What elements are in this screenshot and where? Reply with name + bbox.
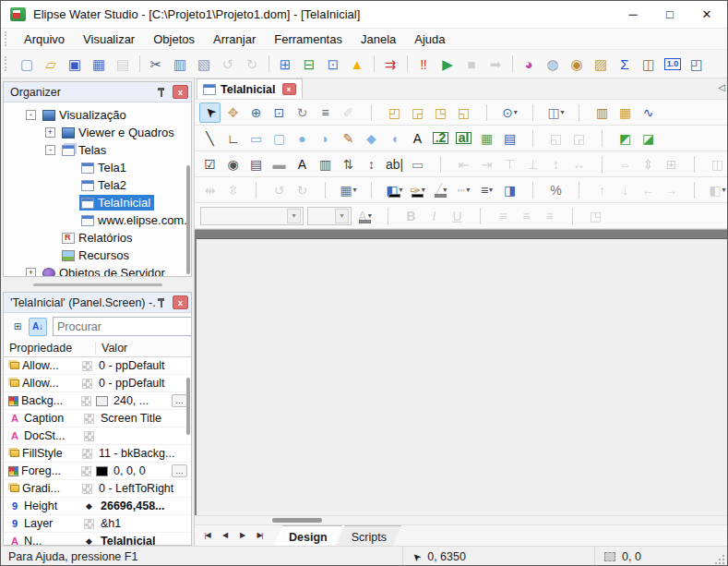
resize-grip[interactable] (712, 547, 727, 566)
flip-button[interactable]: ◧ (707, 180, 728, 200)
italic-button[interactable]: I (424, 206, 445, 226)
button-control-button[interactable]: ▬ (269, 154, 290, 175)
same-size-button[interactable]: ⊞ (661, 154, 682, 175)
property-row[interactable]: DocSt... (4, 428, 191, 445)
property-row[interactable]: Gradi... 0 - LeftToRight (4, 480, 191, 498)
property-value[interactable]: TelaInicial (99, 535, 191, 545)
display-tool-button[interactable]: .2 (430, 128, 451, 149)
property-value[interactable]: Screen Title (99, 412, 191, 425)
undo-button[interactable]: ↺ (217, 53, 239, 75)
space-down-button[interactable]: ⇳ (222, 180, 244, 200)
tree-item[interactable]: Relatórios (4, 229, 191, 247)
ellipse-tool-button[interactable]: ● (292, 128, 313, 149)
tree-item-body[interactable]: Relatórios (60, 230, 137, 246)
connect-objects-button[interactable]: ◩ (615, 128, 636, 149)
tree-item[interactable]: Tela2 (4, 176, 191, 194)
sort-alphabetical-button[interactable]: A↓ (29, 318, 47, 336)
zoom-tool-button[interactable]: ⊕ (245, 102, 267, 123)
remove-from-group-button[interactable]: ◲ (568, 128, 590, 149)
decimal-points-button[interactable]: 1.0 (662, 53, 684, 75)
space-across-button[interactable]: ⇹ (199, 180, 221, 200)
scale-tool-button[interactable]: ▤ (499, 128, 520, 149)
save-all-button[interactable]: ▦ (88, 53, 110, 75)
line-color-button[interactable]: ╱ (430, 180, 451, 200)
insert-frame-button[interactable]: ⊟ (298, 53, 320, 75)
paste-button[interactable]: ▧ (193, 53, 215, 75)
tree-item[interactable]: TelaInicial (4, 194, 191, 211)
curve-tool-button[interactable]: ◖ (384, 128, 405, 149)
tree-item[interactable]: Tela1 (4, 159, 191, 176)
properties-scrollbar[interactable] (186, 378, 190, 435)
design-canvas[interactable] (195, 229, 728, 515)
fill-effects-button[interactable]: ◨ (499, 180, 520, 200)
save-button[interactable]: ▣ (64, 53, 86, 75)
align-text-right-button[interactable]: ≡ (539, 206, 560, 226)
tree-item-body[interactable]: Objetos de Servidor (41, 265, 169, 276)
group-button[interactable]: ◫ (545, 102, 567, 123)
domain-button[interactable]: ◍ (542, 53, 564, 75)
run-application-button[interactable]: ▶ (436, 53, 459, 75)
organizer-close-button[interactable]: x (173, 85, 188, 99)
align-top-button[interactable]: ⊤ (499, 154, 520, 175)
last-sheet-button[interactable]: ▶| (252, 528, 268, 544)
property-more-button[interactable] (172, 394, 187, 407)
same-height-button[interactable]: ⇕ (638, 154, 659, 175)
property-value[interactable]: 0 - ppDefault (97, 359, 191, 372)
align-text-center-button[interactable]: ≡ (516, 206, 537, 226)
maximize-button[interactable]: □ (651, 1, 688, 28)
remove-association-button[interactable]: ✐ (338, 102, 359, 123)
font-name-combobox[interactable]: ▾ (200, 207, 304, 225)
pan-tool-button[interactable]: ✥ (222, 102, 244, 123)
tab-design[interactable]: Design (274, 525, 342, 546)
tab-close-button[interactable]: x (282, 83, 296, 95)
underline-button[interactable]: U (447, 206, 468, 226)
bold-button[interactable]: B (400, 206, 422, 226)
fill-color-button[interactable]: ◧ (384, 180, 405, 200)
radio-control-button[interactable]: ◉ (222, 154, 244, 175)
tree-item-body[interactable]: www.elipse.com. (79, 212, 191, 228)
expander-icon[interactable]: + (45, 127, 55, 138)
menu-arquivo[interactable]: Arquivo (15, 30, 74, 48)
stop-application-button[interactable]: ■ (460, 53, 483, 75)
textbox-control-button[interactable]: ab| (384, 154, 405, 175)
picture-tool-button[interactable]: ▦ (476, 128, 497, 149)
select-tool-button[interactable]: ➤ (199, 102, 221, 123)
same-width-button[interactable]: ⇔ (615, 154, 636, 175)
connect-points-button[interactable]: ◪ (638, 128, 659, 149)
align-right-button[interactable]: ⇥ (476, 154, 497, 175)
property-value[interactable]: &h1 (99, 517, 191, 530)
menu-ferramentas[interactable]: Ferramentas (265, 30, 352, 48)
open-button[interactable]: ▱ (40, 53, 62, 75)
menu-janela[interactable]: Janela (352, 30, 405, 48)
polygon-tool-button[interactable]: ◆ (361, 128, 382, 149)
property-row[interactable]: Height 26696,458... (4, 498, 191, 515)
panel-splitter[interactable] (3, 277, 192, 292)
next-sheet-button[interactable]: ▶ (234, 528, 250, 544)
insert-report-button[interactable]: ⊡ (322, 53, 344, 75)
insert-screen-button[interactable]: ⊞ (274, 53, 296, 75)
property-row[interactable]: Backg... 240, ... (4, 392, 191, 410)
nudge-left-button[interactable]: ← (638, 180, 659, 200)
tree-item-body[interactable]: Viewer e Quadros (60, 125, 178, 140)
pin-icon[interactable] (156, 87, 167, 98)
scrollbar-thumb[interactable] (272, 518, 322, 523)
export-button[interactable]: ⇉ (379, 53, 401, 75)
tree-item-body[interactable]: Visualização (41, 107, 130, 123)
prev-sheet-button[interactable]: ◀ (217, 528, 233, 544)
font-color-button[interactable]: A (354, 206, 376, 226)
menu-arranjar[interactable]: Arranjar (204, 30, 265, 48)
nudge-down-button[interactable]: ↓ (615, 180, 636, 200)
cut-button[interactable]: ✂ (145, 53, 167, 75)
menu-objetos[interactable]: Objetos (144, 30, 204, 48)
categorized-view-button[interactable]: ⊞ (8, 318, 27, 336)
run-viewer-button[interactable]: ➡ (484, 53, 507, 75)
send-backward-button[interactable]: ◱ (453, 102, 474, 123)
alarm-summary-button[interactable]: ▥ (591, 102, 613, 123)
line-style-button[interactable]: ┅ (453, 180, 474, 200)
add-to-group-button[interactable]: ◱ (545, 128, 567, 149)
tree-item-body[interactable]: Telas (60, 142, 110, 158)
nudge-right-button[interactable]: → (661, 180, 682, 200)
center-horizontal-button[interactable]: ↔ (568, 154, 590, 175)
properties-close-button[interactable]: x (173, 295, 188, 309)
column-value[interactable]: Valor (96, 342, 191, 355)
